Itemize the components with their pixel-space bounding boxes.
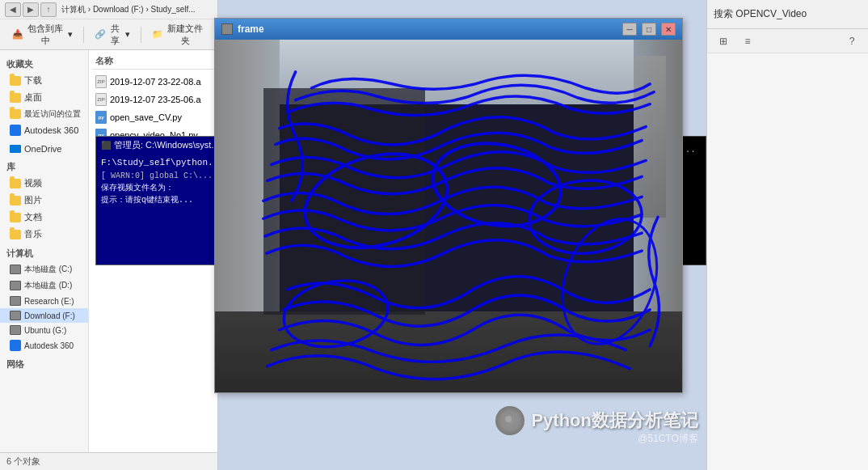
frame-title-icon — [221, 23, 233, 35]
watermark-main-text: Python数据分析笔记 — [531, 409, 698, 433]
status-text: 6 个对象 — [6, 455, 40, 468]
dropdown-arrow-2: ▾ — [125, 29, 130, 40]
drive-e-icon — [10, 296, 21, 306]
drive-f-icon — [10, 311, 21, 320]
view-list-button[interactable]: ≡ — [738, 32, 757, 50]
zip-icon-0: ZIP — [95, 75, 107, 88]
frame-title-text: frame — [238, 23, 617, 35]
view-grid-button[interactable]: ⊞ — [714, 32, 733, 50]
share-button[interactable]: 🔗 共享 ▾ — [89, 19, 136, 50]
toolbar-sep-2 — [141, 27, 141, 43]
onedrive-icon — [10, 145, 21, 153]
terminal-icon: ⬛ — [101, 141, 111, 150]
folder-icon — [10, 93, 21, 103]
file-name-2: open_save_CV.py — [110, 112, 182, 122]
status-bar: 6 个对象 — [0, 452, 217, 470]
new-folder-button[interactable]: 📁 新建文件夹 — [146, 19, 211, 50]
explorer-toolbar: 📥 包含到库中 ▾ 🔗 共享 ▾ 📁 新建文件夹 — [0, 19, 217, 50]
right-panel: 搜索 OPENCV_Video ⊞ ≡ ? — [706, 0, 868, 470]
forward-button[interactable]: ▶ — [23, 2, 39, 17]
toolbar-sep-1 — [83, 27, 84, 43]
search-panel-title: 搜索 OPENCV_Video — [714, 7, 807, 21]
close-button[interactable]: ✕ — [661, 23, 676, 36]
up-button[interactable]: ↑ — [40, 2, 57, 17]
sidebar-item-autodesk360[interactable]: Autodesk 360 — [0, 337, 88, 354]
scribble-overlay — [215, 40, 682, 392]
sidebar-item-recent[interactable]: 最近访问的位置 — [0, 106, 88, 122]
folder-icon — [10, 109, 21, 119]
sidebar-section-onedrive: OneDrive — [0, 142, 88, 156]
frame-window: frame ─ □ ✕ — [214, 18, 683, 393]
drive-g-icon — [10, 325, 21, 335]
autodesk-icon-2 — [10, 340, 21, 351]
sidebar-header-network[interactable]: 网络 — [0, 357, 88, 372]
right-panel-toolbar: ⊞ ≡ ? — [707, 29, 868, 53]
address-text: 计算机 › Download (F:) › Study_self... — [58, 4, 213, 15]
watermark-logo — [495, 406, 525, 435]
right-panel-header: 搜索 OPENCV_Video — [707, 0, 868, 29]
content-header: 名称 — [92, 53, 214, 70]
include-lib-icon: 📥 — [12, 29, 23, 40]
sidebar-header-computer[interactable]: 计算机 — [0, 246, 88, 261]
sidebar-header-favorites[interactable]: 收藏夹 — [0, 57, 88, 72]
sidebar-item-drive-g[interactable]: Ubuntu (G:) — [0, 323, 88, 337]
frame-body — [215, 40, 682, 392]
sidebar-section-favorites: 收藏夹 下载 桌面 最近访问的位置 Autodesk 360 — [0, 57, 88, 138]
watermark: Python数据分析笔记 @51CTO博客 — [495, 406, 698, 446]
sidebar-item-desktop[interactable]: 桌面 — [0, 89, 88, 106]
dropdown-arrow: ▾ — [68, 29, 73, 40]
py-icon-0: py — [95, 111, 107, 124]
file-row-0[interactable]: ZIP 2019-12-07 23-22-08.a — [92, 73, 214, 91]
sidebar-item-drive-d[interactable]: 本地磁盘 (D:) — [0, 277, 88, 294]
frame-titlebar: frame ─ □ ✕ — [215, 19, 682, 40]
include-lib-button[interactable]: 📥 包含到库中 ▾ — [6, 19, 78, 50]
drive-c-icon — [10, 265, 21, 274]
folder-icon — [10, 213, 21, 222]
sidebar-section-network: 网络 — [0, 357, 88, 372]
help-button[interactable]: ? — [842, 32, 862, 50]
file-name-0: 2019-12-07 23-22-08.a — [110, 77, 201, 87]
sidebar-header-library[interactable]: 库 — [0, 159, 88, 175]
minimize-button[interactable]: ─ — [622, 23, 637, 36]
maximize-button[interactable]: □ — [642, 23, 656, 36]
zip-icon-1: ZIP — [95, 93, 107, 106]
sidebar-item-download[interactable]: 下载 — [0, 72, 88, 89]
col-name-header[interactable]: 名称 — [95, 55, 211, 67]
sidebar-nav: 收藏夹 下载 桌面 最近访问的位置 Autodesk 360 — [0, 50, 89, 452]
svg-point-6 — [505, 416, 512, 422]
file-row-2[interactable]: py open_save_CV.py — [92, 108, 214, 126]
sidebar-item-drive-c[interactable]: 本地磁盘 (C:) — [0, 261, 88, 277]
folder-icon — [10, 76, 21, 86]
sidebar-item-drive-e[interactable]: Research (E:) — [0, 294, 88, 308]
sidebar-item-pictures[interactable]: 图片 — [0, 192, 88, 209]
folder-icon — [10, 230, 21, 239]
sidebar-item-autodesk360-fav[interactable]: Autodesk 360 — [0, 122, 88, 138]
folder-icon — [10, 179, 21, 188]
back-button[interactable]: ◀ — [5, 2, 21, 17]
folder-icon — [10, 196, 21, 205]
address-bar: ◀ ▶ ↑ 计算机 › Download (F:) › Study_self..… — [0, 0, 217, 19]
search-empty-area — [707, 53, 868, 66]
drive-d-icon — [10, 281, 21, 290]
watermark-sub-text: @51CTO博客 — [638, 432, 698, 446]
file-name-1: 2019-12-07 23-25-06.a — [110, 95, 201, 104]
autodesk-icon — [10, 125, 21, 136]
sidebar-section-library: 库 视频 图片 文档 音乐 — [0, 159, 88, 243]
sidebar-section-computer: 计算机 本地磁盘 (C:) 本地磁盘 (D:) Research (E:) Do… — [0, 246, 88, 354]
sidebar-item-onedrive[interactable]: OneDrive — [0, 142, 88, 156]
file-row-1[interactable]: ZIP 2019-12-07 23-25-06.a — [92, 91, 214, 108]
sidebar-item-docs[interactable]: 文档 — [0, 209, 88, 226]
sidebar-item-music[interactable]: 音乐 — [0, 226, 88, 243]
sidebar-item-video[interactable]: 视频 — [0, 175, 88, 192]
share-icon: 🔗 — [95, 29, 106, 40]
sidebar-item-drive-f[interactable]: Download (F:) — [0, 308, 88, 323]
new-folder-icon: 📁 — [152, 29, 163, 40]
